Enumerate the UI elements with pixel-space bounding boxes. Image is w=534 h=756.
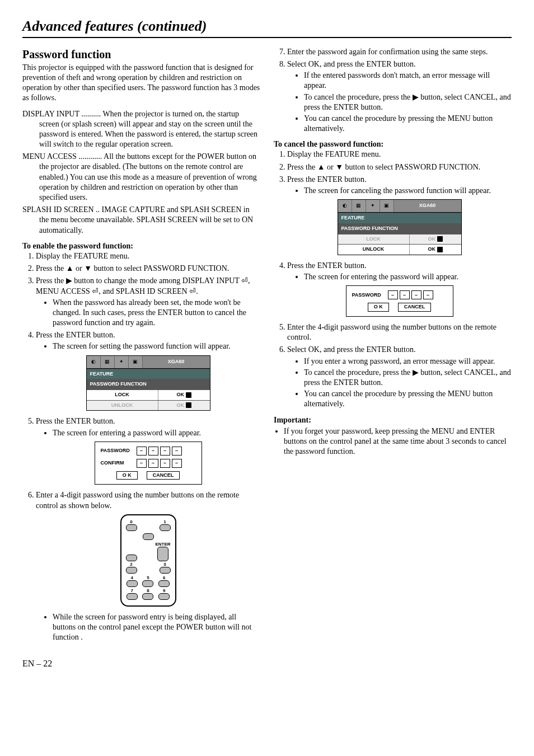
step-7: Enter the password again for confirmatio… <box>287 47 512 57</box>
cancel-steps: Display the FEATURE menu. Press the ▲ or… <box>274 149 512 409</box>
menu-ok: OK <box>176 402 184 408</box>
remote-0-label: 0 <box>130 520 132 524</box>
cancel-step-6-bullet-3: You can cancel the procedure by pressing… <box>304 389 512 409</box>
pw-digit: – <box>423 290 433 299</box>
remote-button <box>158 593 170 600</box>
remote-7-label: 7 <box>131 589 133 593</box>
pw-digit: – <box>400 290 410 299</box>
cancel-step-3-text: Press the ENTER button. <box>287 175 367 184</box>
mode-menu-access: MENU ACCESS ............ All the buttons… <box>22 152 260 203</box>
menu-tab-icon: ▦ <box>352 200 366 212</box>
menu-tab-icon: ▦ <box>101 356 115 368</box>
cancel-step-5: Enter the 4-digit password using the num… <box>287 322 512 342</box>
section-title: Password function <box>22 47 260 62</box>
menu-ok: OK <box>428 236 435 242</box>
cancel-step-6-text: Select OK, and press the ENTER button. <box>287 345 415 354</box>
menu-resolution: XGA60 <box>143 356 210 368</box>
remote-button <box>127 580 138 587</box>
left-column: Password function This projector is equi… <box>22 47 260 647</box>
step-4-text: Press the ENTER button. <box>36 331 115 339</box>
menu-ok: OK <box>176 392 184 397</box>
enable-steps: Display the FEATURE menu. Press the ▲ or… <box>22 251 260 642</box>
step-3: Press the ▶ button to change the mode am… <box>36 276 260 328</box>
feature-menu-lock: ◐ ▦ ✦ ▣ XGA60 FEATURE PASSWORD FUNCTION … <box>86 355 210 411</box>
remote-button <box>142 593 153 600</box>
pw-digit: – <box>148 447 158 456</box>
step-8-text: Select OK, and press the ENTER button. <box>287 60 415 68</box>
menu-unlock-label: UNLOCK <box>338 245 410 255</box>
pw-label-password: PASSWORD <box>101 448 132 454</box>
remote-4-label: 4 <box>131 576 133 580</box>
enable-steps-cont: Enter the password again for confirmatio… <box>274 47 512 134</box>
remote-control: 0 1 ENTER 2 <box>120 514 176 607</box>
pw-cancel-button: CANCEL <box>147 471 180 480</box>
remote-button <box>126 555 137 561</box>
remote-button <box>126 567 137 574</box>
step-5-bullet: The screen for entering a password will … <box>53 428 260 438</box>
menu-tab-icon: ✦ <box>115 356 129 368</box>
step-8-bullet-1: If the entered passwords don't match, an… <box>304 71 512 91</box>
password-entry-box: PASSWORD – – – – CONFIRM – – <box>95 442 202 485</box>
step-5: Press the ENTER button. The screen for e… <box>36 416 260 485</box>
remote-button <box>160 567 171 574</box>
pw-digit: – <box>137 459 147 468</box>
pw-digit: – <box>411 290 421 299</box>
step-1: Display the FEATURE menu. <box>36 251 260 261</box>
cancel-step-2: Press the ▲ or ▼ button to select PASSWO… <box>287 162 512 172</box>
remote-1-label: 1 <box>163 520 166 524</box>
menu-pwfunc-row: PASSWORD FUNCTION <box>338 223 461 234</box>
intro-text: This projector is equipped with the pass… <box>22 63 260 104</box>
pw-digit: – <box>172 459 182 468</box>
pw-digit: – <box>137 447 147 456</box>
step-5-text: Press the ENTER button. <box>36 417 115 425</box>
pw-ok-button: O K <box>116 471 138 480</box>
menu-feature-row: FEATURE <box>87 369 210 379</box>
step-2: Press the ▲ or ▼ button to select PASSWO… <box>36 264 260 274</box>
menu-tab-icon: ◐ <box>338 200 352 212</box>
step-4-bullet: The screen for setting the password func… <box>53 341 260 351</box>
remote-6-label: 6 <box>163 576 165 580</box>
step-8-bullet-3: You can cancel the procedure by pressing… <box>304 114 512 134</box>
menu-tab-icon: ▣ <box>380 200 394 212</box>
step-3-bullet: When the password has already been set, … <box>53 298 260 328</box>
mode-splash-id: SPLASH ID SCREEN .. IMAGE CAPTURE and SP… <box>22 205 260 236</box>
menu-ok: OK <box>428 246 435 252</box>
cancel-step-3: Press the ENTER button. The screen for c… <box>287 175 512 255</box>
menu-unlock-label: UNLOCK <box>87 401 158 411</box>
pw-cancel-button: CANCEL <box>398 303 432 312</box>
remote-5-label: 5 <box>147 576 149 580</box>
menu-tab-icon: ◐ <box>87 356 101 368</box>
page-number: EN – 22 <box>22 658 512 670</box>
remote-button <box>126 524 137 531</box>
remote-9-label: 9 <box>163 589 165 593</box>
important-heading: Important: <box>274 415 512 425</box>
step-8-bullet-2: To cancel the procedure, press the ▶ but… <box>304 92 512 112</box>
step-6: Enter a 4-digit password using the numbe… <box>36 490 260 642</box>
enter-icon <box>437 236 443 242</box>
right-column: Enter the password again for confirmatio… <box>274 47 512 647</box>
step-4: Press the ENTER button. The screen for s… <box>36 330 260 411</box>
mode-display-input: DISPLAY INPUT .......... When the projec… <box>22 109 260 150</box>
remote-8-label: 8 <box>147 589 149 593</box>
important-bullet: If you forget your password, keep pressi… <box>284 426 512 457</box>
pw-digit: – <box>160 459 170 468</box>
step-6-text: Enter a 4-digit password using the numbe… <box>36 491 239 509</box>
menu-tab-icon: ✦ <box>366 200 380 212</box>
menu-tab-icon: ▣ <box>129 356 143 368</box>
remote-enter-label: ENTER <box>155 542 170 547</box>
password-entry-box-cancel: PASSWORD – – – – O K CANCEL <box>346 285 453 317</box>
cancel-step-4: Press the ENTER button. The screen for e… <box>287 261 512 317</box>
cancel-step-4-text: Press the ENTER button. <box>287 261 367 270</box>
cancel-step-6: Select OK, and press the ENTER button. I… <box>287 345 512 409</box>
cancel-step-4-bullet: The screen for entering the password wil… <box>304 272 512 282</box>
pw-label-password: PASSWORD <box>352 292 383 299</box>
pw-digit: – <box>172 447 182 456</box>
enter-icon <box>437 247 443 252</box>
menu-pwfunc-row: PASSWORD FUNCTION <box>87 379 210 389</box>
feature-menu-unlock: ◐ ▦ ✦ ▣ XGA60 FEATURE PASSWORD FUNCTION … <box>338 199 462 255</box>
step-8: Select OK, and press the ENTER button. I… <box>287 59 512 134</box>
remote-2-label: 2 <box>130 562 132 567</box>
remote-button <box>142 580 153 587</box>
pw-label-confirm: CONFIRM <box>101 460 132 467</box>
cancel-step-6-bullet-2: To cancel the procedure, press the ▶ but… <box>304 368 512 388</box>
